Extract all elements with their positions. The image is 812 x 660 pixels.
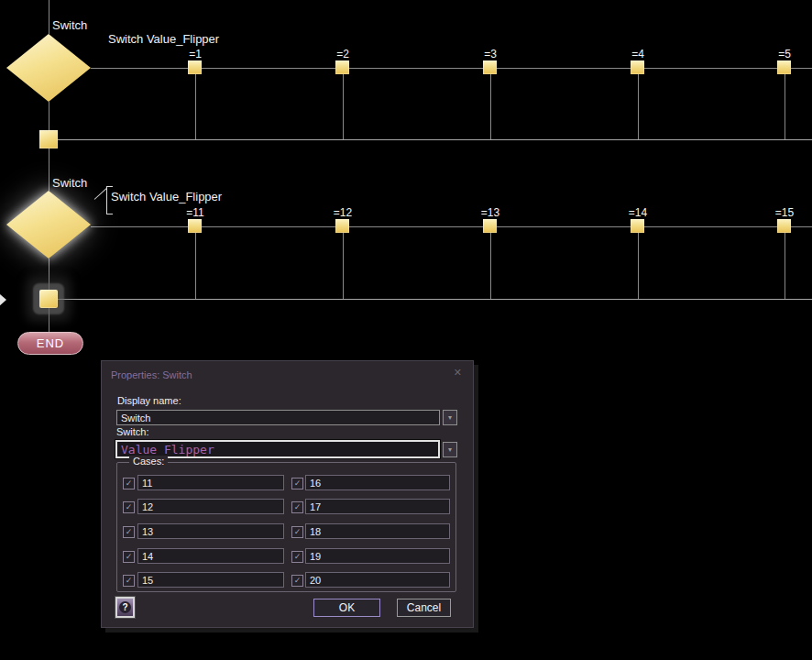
case-checkbox[interactable]: ✓ [291,501,303,513]
close-icon[interactable]: ✕ [454,367,462,379]
switch-diamond-node[interactable] [6,34,91,102]
switch-label: Switch: [116,426,148,437]
case-label: =4 [620,48,656,60]
connector-line [49,258,49,290]
display-name-label: Display name: [117,395,181,406]
case-checkbox[interactable]: ✓ [291,526,303,538]
case-node[interactable] [483,219,497,233]
case-label: =12 [324,206,361,219]
help-icon: ? [119,601,131,613]
display-name-input[interactable] [116,410,440,425]
ok-button[interactable]: OK [313,599,380,617]
case-node[interactable] [631,219,644,233]
case-node[interactable] [777,60,791,74]
display-name-dropdown-button[interactable]: ▾ [443,410,457,425]
case-label: =5 [766,48,803,60]
label-bracket [106,186,107,214]
case-node[interactable] [335,60,349,74]
case-label: =2 [324,48,361,60]
connector-line [490,74,491,139]
connector-line [343,233,344,299]
connector-line [49,308,49,332]
case-node[interactable] [777,219,791,233]
end-node[interactable]: END [17,332,83,355]
label-bracket [106,186,113,187]
execution-pointer-icon [0,293,6,306]
case-checkbox[interactable]: ✓ [123,526,135,538]
dialog-title: Properties: Switch [111,369,192,380]
case-value-input[interactable] [305,499,450,514]
label-bracket [106,214,113,214]
case-label: =14 [620,206,656,219]
connector-line [195,233,196,299]
label-leader-line [94,188,107,200]
case-node[interactable] [335,219,349,233]
connector-line [785,74,785,139]
properties-dialog: Properties: Switch ✕ Display name: ▾ Swi… [101,360,474,628]
case-node[interactable] [483,60,497,74]
case-value-input[interactable] [137,475,284,490]
switch-expression-label: Switch Value_Flipper [108,32,219,46]
connector-line [490,233,491,299]
case-label: =3 [472,48,509,60]
case-value-input[interactable] [137,572,284,588]
switch-node-label: Switch [52,176,87,190]
connector-line [49,0,49,34]
connector-line [638,74,639,139]
case-checkbox[interactable]: ✓ [291,551,303,563]
case-value-input[interactable] [137,548,284,564]
case-checkbox[interactable]: ✓ [291,575,303,587]
case-value-input[interactable] [305,572,450,588]
case-node[interactable] [631,60,644,74]
connector-line [49,102,49,130]
case-value-input[interactable] [137,523,284,539]
connector-square-node-selected[interactable] [39,290,58,308]
connector-line [638,233,639,299]
switch-dropdown-button[interactable]: ▾ [443,442,457,457]
case-label: =13 [472,206,509,219]
case-label: =15 [766,206,803,219]
connector-square-node[interactable] [39,130,58,148]
connector-line [343,74,344,139]
connector-line [195,74,196,139]
case-checkbox[interactable]: ✓ [123,501,135,513]
case-value-input[interactable] [137,499,284,514]
case-checkbox[interactable]: ✓ [123,575,135,587]
connector-line [58,139,812,140]
case-node[interactable] [188,219,202,233]
cases-group-label: Cases: [129,456,168,467]
connector-line [49,148,49,191]
case-checkbox[interactable]: ✓ [123,478,135,490]
connector-line [58,299,812,300]
help-button[interactable]: ? [115,597,135,618]
switch-expression-label: Switch Value_Flipper [111,190,222,204]
case-label: =1 [177,48,214,60]
case-value-input[interactable] [305,475,450,490]
cancel-button[interactable]: Cancel [397,599,451,617]
case-value-input[interactable] [305,523,450,539]
case-checkbox[interactable]: ✓ [291,478,303,490]
switch-node-label: Switch [52,18,87,32]
case-value-input[interactable] [305,548,450,564]
switch-diamond-node-selected[interactable] [6,191,91,258]
case-checkbox[interactable]: ✓ [123,551,135,563]
connector-line [785,233,785,299]
case-node[interactable] [188,60,202,74]
case-label: =11 [177,206,214,219]
